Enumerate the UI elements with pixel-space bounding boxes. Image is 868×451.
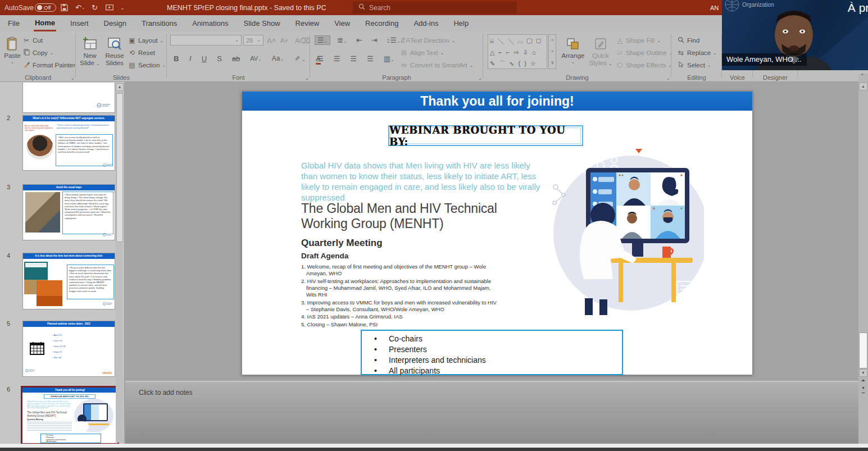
paste-button[interactable]: Paste ⌄ [0, 34, 25, 71]
italic-button[interactable]: I [187, 54, 193, 63]
decrease-font-button[interactable]: A˅ [280, 35, 288, 46]
save-icon[interactable] [61, 0, 68, 15]
align-left-button[interactable]: ☰ [315, 54, 326, 63]
thumbnail-slide-4[interactable]: It is less about the dots but more about… [22, 253, 115, 309]
quick-styles-button[interactable]: Quick Styles ⌄ [588, 34, 613, 71]
strikethrough-button[interactable]: ab [230, 54, 242, 63]
tab-insert[interactable]: Insert [69, 16, 90, 30]
undo-icon[interactable]: ↶⌄ [75, 0, 85, 15]
collapse-ribbon-icon[interactable]: ⌃ [860, 73, 865, 79]
shadow-button[interactable]: S [215, 54, 224, 63]
redo-icon[interactable]: ↻ [92, 0, 98, 15]
tab-transitions[interactable]: Transitions [140, 16, 178, 30]
search-input[interactable]: Search [353, 2, 517, 13]
tab-file[interactable]: File [7, 16, 21, 30]
new-slide-button[interactable]: New Slide ⌄ [78, 34, 102, 71]
format-painter-button[interactable]: Format Painter [22, 60, 75, 71]
tab-home[interactable]: Home [34, 16, 56, 31]
scroll-up-icon[interactable]: ▲ [859, 83, 867, 90]
reuse-slides-button[interactable]: Reuse Slides [102, 34, 127, 71]
shape-outline-icon: ▱ [616, 49, 624, 57]
thumbnail-slide-5[interactable]: Planned webinar series dates - 2021 • Ap… [22, 321, 115, 377]
align-right-button[interactable]: ☰ [348, 54, 359, 63]
shapes-gallery-scroll[interactable]: ˄˅⊽ [548, 34, 556, 69]
intro-paragraph[interactable]: Global HIV data shows that Men living wi… [301, 160, 548, 203]
slide-heading[interactable]: The Global Men and HIV Technical Working… [301, 201, 512, 231]
agenda-list[interactable]: 1. Welcome, recap of first meeting and o… [301, 263, 501, 329]
highlight-color-button[interactable]: ⌄ [292, 54, 308, 63]
video-call-overlay[interactable]: Organization À pre Wole Ameyan, WHO ... [722, 0, 868, 70]
thumb-scroll-up-icon[interactable]: ▲ [116, 83, 124, 91]
character-spacing-button[interactable]: AV⌄ [248, 55, 264, 62]
font-dialog-launcher-icon[interactable]: ⌟ [306, 75, 308, 80]
align-center-button[interactable]: ☰ [331, 54, 343, 63]
thumbnail-slide-6-selected[interactable]: Thank you all for joining! WEBINAR BROUG… [21, 386, 119, 445]
next-slide-icon[interactable]: ▼▁ [860, 386, 867, 393]
replace-button[interactable]: ⇆Replace⌄ [677, 47, 717, 58]
thumbnail-slide-2[interactable]: What's in it for me(n)? Differentiate NO… [22, 115, 115, 171]
customize-qat-icon[interactable]: ⌄ [120, 0, 125, 15]
paragraph-dialog-launcher-icon[interactable]: ⌟ [479, 75, 481, 80]
thanks-list-box[interactable]: •Co-chairs •Presenters •Interpreters and… [361, 330, 623, 375]
text-direction-button[interactable]: ⇵AText Direction⌄ [400, 35, 455, 46]
tab-view[interactable]: View [333, 16, 351, 30]
increase-font-button[interactable]: A˄ [267, 35, 276, 46]
align-text-button[interactable]: ⊞Align Text⌄ [400, 47, 444, 58]
tab-slideshow[interactable]: Slide Show [242, 16, 281, 30]
vertical-scrollbar[interactable]: ⌃ ▲ ▼ ▲▔ ▼▁ [858, 74, 868, 444]
user-initials-badge[interactable]: AN [710, 0, 719, 15]
tab-animations[interactable]: Animations [191, 16, 229, 30]
copy-button[interactable]: Copy⌄ [22, 47, 54, 58]
bold-button[interactable]: B [171, 54, 181, 63]
find-button[interactable]: Find [677, 35, 699, 46]
tab-addins[interactable]: Add-ins [412, 16, 439, 30]
shape-effects-button[interactable]: ⬡Shape Effects⌄ [616, 60, 672, 71]
arrange-button[interactable]: Arrange ⌄ [559, 34, 587, 71]
numbering-button[interactable]: ≣⌄ [335, 36, 349, 44]
thumbnail-panel-scrollbar[interactable]: ▲ [116, 83, 124, 443]
columns-button[interactable]: ▥⌄ [381, 54, 397, 63]
layout-button[interactable]: ▣Layout⌄ [128, 35, 163, 46]
shapes-gallery[interactable]: ⌸ ╲ ╲ ▭ ◯ ▢ △ ⌐ ⌐ ⇨ ⇩ ⌂ ✎ ⌒ ∿ { } ☆ [488, 34, 547, 69]
cut-button[interactable]: ✂Cut [22, 35, 43, 46]
decrease-indent-button[interactable]: ⇤ [354, 36, 365, 44]
slide-title-banner[interactable]: Thank you all for joining! [242, 92, 752, 111]
webinar-credit-box[interactable]: WEBINAR BROUGHT TO YOU BY: [388, 125, 583, 146]
text-direction-icon: ⇵A [400, 37, 408, 44]
clear-formatting-button[interactable]: A⌫ [295, 35, 310, 46]
thumbnail-slide-1[interactable] [22, 83, 115, 113]
slide-canvas[interactable]: Thank you all for joining! WEBINAR BROUG… [242, 91, 753, 375]
scrollbar-thumb[interactable] [859, 332, 867, 368]
drawing-dialog-launcher-icon[interactable]: ⌟ [667, 75, 669, 80]
shape-fill-button[interactable]: ◬Shape Fill⌄ [616, 35, 661, 46]
font-size-select[interactable]: 28⌄ [243, 35, 263, 45]
tab-help[interactable]: Help [452, 16, 470, 30]
increase-indent-button[interactable]: ⇥ [369, 36, 380, 44]
thumb-scrollbar-thumb[interactable] [116, 93, 123, 242]
font-name-select[interactable]: ⌄ [170, 35, 242, 45]
scroll-down-icon[interactable]: ▼ [859, 369, 867, 377]
speaker-name-label: Wole Ameyan, WHO ... [722, 53, 807, 66]
agenda-label[interactable]: Draft Agenda [301, 252, 348, 260]
shape-effects-icon: ⬡ [616, 61, 624, 69]
justify-button[interactable]: ☰ [365, 54, 376, 63]
bullets-button[interactable]: ☰⌄ [315, 35, 330, 45]
reset-button[interactable]: ⟲Reset [128, 47, 155, 58]
doc-title-dropdown-icon[interactable]: ⌄ [317, 0, 321, 15]
start-slideshow-icon[interactable] [106, 0, 113, 15]
thumbnail-slide-3[interactable]: Avoid the usual traps • New models shoul… [22, 184, 115, 240]
clipboard-dialog-launcher-icon[interactable]: ⌟ [71, 75, 74, 80]
change-case-button[interactable]: Aa⌄ [270, 54, 286, 62]
convert-smartart-button[interactable]: ⇋Convert to SmartArt⌄ [400, 60, 473, 71]
select-button[interactable]: Select⌄ [677, 60, 711, 71]
previous-slide-icon[interactable]: ▲▔ [860, 379, 867, 385]
notes-area[interactable]: Click to add notes [125, 382, 858, 444]
tab-design[interactable]: Design [103, 16, 128, 30]
shape-outline-button[interactable]: ▱Shape Outline⌄ [616, 47, 673, 58]
autosave-toggle[interactable]: Off [35, 0, 56, 15]
tab-review[interactable]: Review [294, 16, 321, 30]
slide-subheading[interactable]: Quarterly Meeting [301, 238, 383, 249]
section-button[interactable]: ▤Section⌄ [128, 60, 166, 71]
tab-recording[interactable]: Recording [364, 16, 399, 30]
underline-button[interactable]: U [199, 54, 209, 63]
